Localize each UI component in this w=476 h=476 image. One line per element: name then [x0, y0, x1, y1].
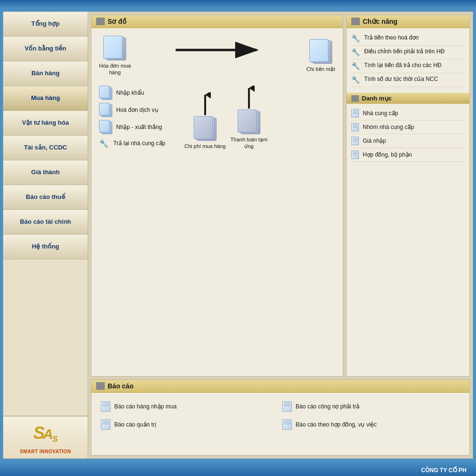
nhap-khau-item[interactable]: Nhập khẩu — [99, 86, 165, 100]
main-arrow-svg — [176, 40, 261, 60]
danh-muc-icon — [351, 95, 359, 102]
danh-muc-item-3[interactable]: Hợp đồng, bộ phận — [351, 148, 465, 162]
wrench-icon-1: 🔧 — [351, 48, 360, 57]
chuc-nang-item-1[interactable]: 🔧 Điều chỉnh tiền phải trả trên HĐ — [351, 46, 465, 60]
chuc-nang-panel: Chức năng 🔧 Trả tiền theo hoá đơn 🔧 Điều… — [346, 15, 470, 377]
chi-tien-mat-label: Chi tiền mặt — [307, 66, 335, 72]
danh-muc-items: Nhà cung cấp Nhóm nhà cung cấp Giá nhập … — [347, 104, 469, 165]
nhap-khau-doc — [99, 86, 112, 100]
sidebar-item-von-bang-tien[interactable]: Vốn bằng tiền — [3, 37, 88, 61]
chuc-nang-label-2: Tính lại tiền đã trả cho các HĐ — [364, 62, 441, 69]
danh-muc-label-1: Nhóm nhà cung cấp — [363, 124, 414, 130]
bao-cao-label-1: Báo cáo công nợ phải trả — [296, 403, 359, 410]
svg-text:s: s — [52, 432, 58, 444]
bao-cao-doc-3 — [282, 419, 292, 430]
logo-icon: S A s — [31, 421, 60, 447]
wrench-icon-3: 🔧 — [351, 76, 360, 84]
content-area: Sơ đồ Hóa đơn muahàng — [88, 12, 473, 458]
tra-lai-nha-cung-cap-item[interactable]: 🔧 Trả lại nhà cung cấp — [99, 139, 165, 148]
chi-phi-mua-hang-icon[interactable]: Chi phí mua hàng — [184, 116, 226, 149]
tra-lai-wrench-icon: 🔧 — [99, 139, 109, 148]
nhap-xuat-doc — [99, 120, 112, 134]
nhap-khau-label: Nhập khẩu — [116, 89, 144, 96]
danh-muc-item-1[interactable]: Nhóm nhà cung cấp — [351, 120, 465, 134]
bao-cao-label-0: Báo cáo hàng nhập mua — [114, 403, 177, 410]
thanh-toan-column: Thanh toán tạmứng — [230, 86, 268, 150]
chuc-nang-title: Chức năng — [363, 18, 397, 25]
doc-icon-2 — [351, 137, 359, 145]
diagram-area: Hóa đơn muahàng — [91, 28, 343, 373]
bao-cao-doc-1 — [282, 401, 292, 412]
chuc-nang-items: 🔧 Trả tiền theo hoá đơn 🔧 Điều chỉnh tiề… — [347, 28, 469, 91]
so-do-title: Sơ đồ — [108, 18, 127, 25]
doc-icon-3 — [351, 150, 359, 159]
bao-cao-doc-2 — [101, 419, 110, 430]
chuc-nang-header: Chức năng — [347, 15, 469, 28]
danh-muc-label-3: Hợp đồng, bộ phận — [363, 151, 412, 158]
arrow-up-1 — [199, 92, 211, 116]
bottom-docs-row: Chi phí mua hàng — [184, 86, 268, 150]
hoa-don-dich-vu-item[interactable]: Hoá đơn dịch vụ — [99, 103, 165, 117]
bao-cao-doc-0 — [101, 401, 110, 412]
top-bar — [0, 0, 476, 9]
left-docs: Nhập khẩu Hoá đơn dịch vụ — [99, 86, 165, 148]
bao-cao-label-2: Báo cáo quản trị — [114, 421, 156, 428]
sidebar-item-bao-cao-tai-chinh[interactable]: Báo cáo tài chính — [3, 210, 88, 235]
doc-icon-0 — [351, 109, 359, 118]
so-do-panel: Sơ đồ Hóa đơn muahàng — [91, 15, 343, 377]
svg-text:A: A — [42, 426, 53, 442]
bao-cao-label-3: Báo cáo theo hợp đồng, vụ việc — [296, 421, 377, 428]
bao-cao-item-1[interactable]: Báo cáo công nợ phải trả — [280, 397, 462, 416]
hoa-don-dv-doc — [99, 103, 112, 117]
danh-muc-item-2[interactable]: Giá nhập — [351, 134, 465, 148]
sidebar-item-tong-hop[interactable]: Tổng hợp — [3, 12, 88, 37]
bao-cao-item-2[interactable]: Báo cáo quản trị — [99, 416, 280, 434]
sidebar-item-bao-cao-thue[interactable]: Báo cáo thuế — [3, 185, 88, 210]
bao-cao-header: Báo cáo — [91, 380, 469, 393]
wrench-icon-2: 🔧 — [351, 62, 360, 70]
bao-cao-title: Báo cáo — [108, 382, 133, 390]
nhap-xuat-thang-item[interactable]: Nhập - xuất thắng — [99, 120, 165, 134]
hoa-don-pages — [103, 36, 126, 60]
hoa-don-mua-hang-label: Hóa đơn muahàng — [99, 62, 131, 76]
chuc-nang-label-1: Điều chỉnh tiền phải trả trên HĐ — [364, 48, 445, 55]
sidebar-item-tai-san-ccdc[interactable]: Tài sản, CCDC — [3, 136, 88, 160]
upper-row: Sơ đồ Hóa đơn muahàng — [91, 15, 470, 377]
sidebar-item-mua-hang[interactable]: Mua hàng — [3, 86, 88, 111]
hoa-don-mua-hang-icon[interactable]: Hóa đơn muahàng — [99, 36, 131, 76]
so-do-header: Sơ đồ — [91, 15, 343, 28]
bao-cao-panel: Báo cáo Báo cáo hàng nhập mua Báo cáo cô… — [91, 379, 470, 456]
diagram-top-row: Hóa đơn muahàng — [99, 36, 335, 76]
sidebar-item-ban-hang[interactable]: Bán hàng — [3, 61, 88, 86]
chi-phi-column: Chi phí mua hàng — [184, 92, 226, 149]
chuc-nang-item-0[interactable]: 🔧 Trả tiền theo hoá đơn — [351, 32, 465, 46]
chuc-nang-item-3[interactable]: 🔧 Tính số dư tức thời của NCC — [351, 73, 465, 87]
thanh-toan-pages — [238, 109, 260, 134]
thanh-toan-tam-ung-icon[interactable]: Thanh toán tạmứng — [230, 109, 268, 150]
danh-muc-title: Danh mục — [362, 95, 392, 102]
bao-cao-item-0[interactable]: Báo cáo hàng nhập mua — [99, 397, 280, 416]
sidebar-item-gia-thanh[interactable]: Giá thành — [3, 160, 88, 185]
arrow-up-2 — [243, 86, 255, 109]
chuc-nang-label-0: Trả tiền theo hoá đơn — [364, 34, 419, 41]
sidebar-item-vat-tu-hang-hoa[interactable]: Vật tư hàng hóa — [3, 111, 88, 136]
bao-cao-header-icon — [96, 382, 105, 390]
hoa-don-dich-vu-label: Hoá đơn dịch vụ — [116, 107, 159, 113]
bottom-bar: CÔNG TY CỐ PH — [0, 462, 476, 476]
bao-cao-item-3[interactable]: Báo cáo theo hợp đồng, vụ việc — [280, 416, 462, 434]
diagram-bottom-section: Nhập khẩu Hoá đơn dịch vụ — [99, 86, 335, 153]
chi-tien-mat-icon[interactable]: Chi tiền mặt — [307, 39, 335, 72]
danh-muc-item-0[interactable]: Nhà cung cấp — [351, 107, 465, 120]
sidebar: Tổng hợp Vốn bằng tiền Bán hàng Mua hàng… — [3, 12, 88, 458]
chi-tien-mat-pages — [309, 39, 332, 64]
sidebar-item-he-thong[interactable]: Hệ thống — [3, 235, 88, 259]
main-arrow-container — [140, 40, 297, 60]
danh-muc-label-0: Nhà cung cấp — [363, 110, 398, 117]
chi-phi-pages — [194, 116, 217, 141]
so-do-header-icon — [96, 18, 105, 25]
danh-muc-label-2: Giá nhập — [363, 138, 386, 144]
sidebar-logo: S A s SMART INNOVATION — [3, 416, 88, 458]
danh-muc-subheader: Danh mục — [347, 93, 469, 104]
main-container: Tổng hợp Vốn bằng tiền Bán hàng Mua hàng… — [3, 11, 473, 459]
chuc-nang-item-2[interactable]: 🔧 Tính lại tiền đã trả cho các HĐ — [351, 60, 465, 73]
